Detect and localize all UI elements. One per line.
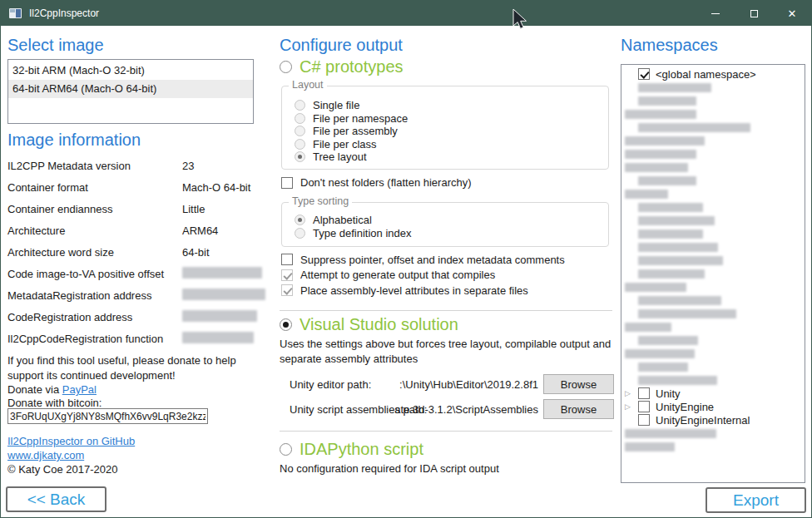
namespace-item-redacted[interactable] xyxy=(625,94,805,107)
namespace-item-redacted[interactable] xyxy=(625,187,805,200)
namespace-checkbox[interactable] xyxy=(638,68,650,80)
app-window: Il2CppInspector ✕ Select image 32-bit AR… xyxy=(0,0,812,518)
namespaces-heading: Namespaces xyxy=(621,36,718,55)
namespace-item-redacted[interactable] xyxy=(625,347,805,360)
image-list-item[interactable]: 32-bit ARM (Mach-O 32-bit) xyxy=(8,62,253,80)
github-link[interactable]: Il2CppInspector on GitHub xyxy=(7,435,135,447)
radio-option[interactable]: Type definition index xyxy=(295,227,603,240)
namespace-item-redacted[interactable] xyxy=(625,214,805,227)
type-sorting-groupbox: Type sorting AlphabeticalType definition… xyxy=(281,202,609,247)
namespace-item-redacted[interactable] xyxy=(625,240,805,254)
close-icon: ✕ xyxy=(788,8,797,19)
expander-icon[interactable]: ▷ xyxy=(625,402,638,411)
namespace-item-redacted[interactable] xyxy=(625,147,805,160)
csharp-prototypes-radio[interactable]: C# prototypes xyxy=(280,57,404,76)
namespace-list[interactable]: <global namespace>▷Unity▷UnityEngineUnit… xyxy=(621,64,805,483)
namespace-item-redacted[interactable] xyxy=(625,107,805,121)
namespace-checkbox[interactable] xyxy=(638,387,650,399)
vs-description: Uses the settings above but forces tree … xyxy=(280,337,622,366)
redacted-namespace xyxy=(638,123,750,132)
flatten-hierarchy-label: Don't nest folders (flatten hierarchy) xyxy=(300,176,472,189)
layout-group-label: Layout xyxy=(289,79,327,91)
radio-option[interactable]: Tree layout xyxy=(295,150,603,164)
radio-icon xyxy=(295,126,305,136)
radio-option[interactable]: File per namespace xyxy=(295,112,603,126)
redacted-namespace xyxy=(638,309,736,318)
website-link[interactable]: www.djkaty.com xyxy=(7,449,84,461)
namespace-item[interactable]: ▷Unity xyxy=(625,387,805,400)
bitcoin-address-field[interactable] xyxy=(7,408,208,424)
namespace-item-redacted[interactable] xyxy=(625,81,805,94)
namespace-item-redacted[interactable] xyxy=(625,373,805,387)
namespace-checkbox[interactable] xyxy=(638,401,650,412)
namespace-checkbox[interactable] xyxy=(638,414,650,426)
namespace-item-redacted[interactable] xyxy=(625,360,805,373)
namespace-item-redacted[interactable] xyxy=(625,134,805,147)
namespace-item[interactable]: UnityEngineInternal xyxy=(625,413,805,427)
radio-option-label: File per assembly xyxy=(313,125,398,137)
info-row: IL2CPP Metadata version23 xyxy=(7,155,257,177)
checkbox-option[interactable]: Attempt to generate output that compiles xyxy=(281,268,565,284)
back-button[interactable]: << Back xyxy=(6,486,106,512)
info-label: Container endianness xyxy=(7,203,112,215)
flatten-hierarchy-checkbox[interactable]: Don't nest folders (flatten hierarchy) xyxy=(281,176,472,189)
redacted-namespace xyxy=(638,376,717,385)
checkbox-option[interactable]: Place assembly-level attributes in separ… xyxy=(281,283,565,298)
redacted-namespace xyxy=(638,176,696,185)
export-button[interactable]: Export xyxy=(706,487,806,513)
namespace-item[interactable]: ▷UnityEngine xyxy=(625,400,805,413)
image-information-heading: Image information xyxy=(7,131,141,150)
image-list[interactable]: 32-bit ARM (Mach-O 32-bit)64-bit ARM64 (… xyxy=(7,59,254,124)
namespace-item-redacted[interactable] xyxy=(625,227,805,240)
redacted-value xyxy=(182,310,257,322)
info-label: CodeRegistration address xyxy=(7,311,132,323)
radio-icon xyxy=(295,113,305,124)
radio-option[interactable]: Alphabetical xyxy=(295,214,603,227)
namespace-item-redacted[interactable] xyxy=(625,427,805,440)
unity-editor-browse-button[interactable]: Browse xyxy=(543,374,614,394)
namespace-item-redacted[interactable] xyxy=(625,307,805,320)
namespace-item-redacted[interactable] xyxy=(625,320,805,333)
checkbox-option-label: Suppress pointer, offset and index metad… xyxy=(300,254,565,266)
radio-option[interactable]: Single file xyxy=(295,99,603,112)
unity-script-browse-button[interactable]: Browse xyxy=(543,399,614,419)
info-value: Mach-O 64-bit xyxy=(182,181,250,194)
namespace-item-redacted[interactable] xyxy=(625,294,805,307)
ida-description: No configuration required for IDA script… xyxy=(280,461,622,476)
expander-icon[interactable]: ▷ xyxy=(625,389,638,397)
info-row: Container formatMach-O 64-bit xyxy=(7,177,257,199)
namespace-item-redacted[interactable] xyxy=(625,440,805,453)
window-title: Il2CppInspector xyxy=(29,7,99,19)
namespace-item-redacted[interactable] xyxy=(625,254,805,267)
radio-option[interactable]: File per class xyxy=(295,138,603,151)
namespace-item-redacted[interactable] xyxy=(625,267,805,280)
namespace-label: <global namespace> xyxy=(656,68,756,81)
namespace-item-redacted[interactable] xyxy=(625,200,805,214)
radio-icon xyxy=(280,443,292,456)
copyright-text: © Katy Coe 2017-2020 xyxy=(7,463,117,476)
titlebar: Il2CppInspector ✕ xyxy=(1,1,811,26)
radio-option[interactable]: File per assembly xyxy=(295,125,603,138)
configure-output-heading: Configure output xyxy=(280,36,403,55)
maximize-button[interactable] xyxy=(735,1,773,26)
namespace-item-redacted[interactable] xyxy=(625,333,805,347)
namespace-item-redacted[interactable] xyxy=(625,121,805,134)
paypal-link[interactable]: PayPal xyxy=(62,383,97,396)
namespace-item-redacted[interactable] xyxy=(625,160,805,174)
image-list-item[interactable]: 64-bit ARM64 (Mach-O 64-bit) xyxy=(8,80,253,98)
bitcoin-label: Donate with bitcoin: xyxy=(7,397,102,409)
info-value: 23 xyxy=(182,160,194,172)
namespace-item-redacted[interactable] xyxy=(625,174,805,187)
close-button[interactable]: ✕ xyxy=(773,1,811,26)
donate-text: If you find this tool useful, please don… xyxy=(7,353,269,382)
radio-option-label: Tree layout xyxy=(313,150,367,163)
radio-option-label: File per class xyxy=(313,138,377,150)
visual-studio-solution-radio[interactable]: Visual Studio solution xyxy=(280,315,458,334)
minimize-button[interactable] xyxy=(696,1,735,26)
namespace-item-redacted[interactable] xyxy=(625,280,805,294)
namespace-item[interactable]: <global namespace> xyxy=(625,67,805,81)
redacted-namespace xyxy=(625,136,705,146)
idapython-script-radio[interactable]: IDAPython script xyxy=(280,440,423,459)
redacted-value xyxy=(182,289,265,300)
checkbox-option[interactable]: Suppress pointer, offset and index metad… xyxy=(281,252,565,268)
